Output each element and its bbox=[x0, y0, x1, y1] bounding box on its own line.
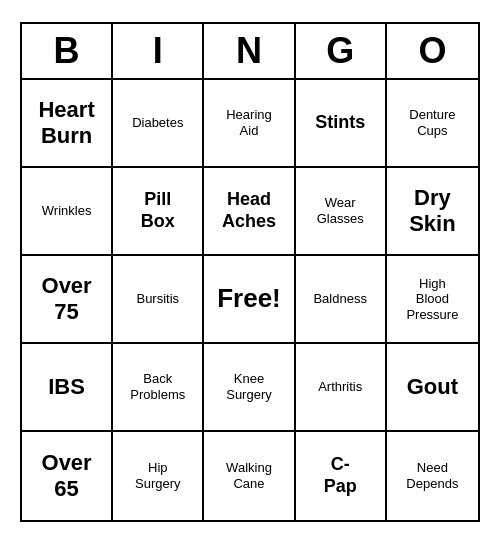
cell-text: KneeSurgery bbox=[226, 371, 272, 402]
cell-text: HipSurgery bbox=[135, 460, 181, 491]
bingo-cell[interactable]: Arthritis bbox=[296, 344, 387, 432]
bingo-cell[interactable]: C-Pap bbox=[296, 432, 387, 520]
header-letter: O bbox=[387, 24, 478, 78]
bingo-cell[interactable]: Gout bbox=[387, 344, 478, 432]
cell-text: Over75 bbox=[42, 273, 92, 326]
bingo-cell[interactable]: PillBox bbox=[113, 168, 204, 256]
bingo-cell[interactable]: NeedDepends bbox=[387, 432, 478, 520]
header-letter: I bbox=[113, 24, 204, 78]
header-letter: B bbox=[22, 24, 113, 78]
cell-text: Gout bbox=[407, 374, 458, 400]
cell-text: DentureCups bbox=[409, 107, 455, 138]
cell-text: Baldness bbox=[313, 291, 366, 307]
cell-text: Bursitis bbox=[136, 291, 179, 307]
cell-text: WearGlasses bbox=[317, 195, 364, 226]
cell-text: Arthritis bbox=[318, 379, 362, 395]
bingo-cell[interactable]: Over75 bbox=[22, 256, 113, 344]
cell-text: Over65 bbox=[42, 450, 92, 503]
bingo-cell[interactable]: KneeSurgery bbox=[204, 344, 295, 432]
bingo-card: BINGO HeartBurnDiabetesHearingAidStintsD… bbox=[20, 22, 480, 522]
bingo-cell[interactable]: BackProblems bbox=[113, 344, 204, 432]
bingo-cell[interactable]: Over65 bbox=[22, 432, 113, 520]
cell-text: Diabetes bbox=[132, 115, 183, 131]
bingo-cell[interactable]: WearGlasses bbox=[296, 168, 387, 256]
header-letter: N bbox=[204, 24, 295, 78]
bingo-cell[interactable]: Diabetes bbox=[113, 80, 204, 168]
cell-text: PillBox bbox=[141, 189, 175, 232]
cell-text: IBS bbox=[48, 374, 85, 400]
header-letter: G bbox=[296, 24, 387, 78]
bingo-cell[interactable]: DentureCups bbox=[387, 80, 478, 168]
bingo-cell[interactable]: DrySkin bbox=[387, 168, 478, 256]
bingo-cell[interactable]: Free! bbox=[204, 256, 295, 344]
cell-text: WalkingCane bbox=[226, 460, 272, 491]
bingo-cell[interactable]: Baldness bbox=[296, 256, 387, 344]
bingo-cell[interactable]: HipSurgery bbox=[113, 432, 204, 520]
bingo-cell[interactable]: Stints bbox=[296, 80, 387, 168]
bingo-cell[interactable]: WalkingCane bbox=[204, 432, 295, 520]
cell-text: NeedDepends bbox=[406, 460, 458, 491]
bingo-cell[interactable]: HeartBurn bbox=[22, 80, 113, 168]
bingo-cell[interactable]: IBS bbox=[22, 344, 113, 432]
cell-text: C-Pap bbox=[324, 454, 357, 497]
cell-text: DrySkin bbox=[409, 185, 455, 238]
cell-text: HeartBurn bbox=[38, 97, 94, 150]
cell-text: HighBloodPressure bbox=[406, 276, 458, 323]
bingo-cell[interactable]: Bursitis bbox=[113, 256, 204, 344]
bingo-cell[interactable]: HighBloodPressure bbox=[387, 256, 478, 344]
bingo-header: BINGO bbox=[22, 24, 478, 80]
cell-text: HeadAches bbox=[222, 189, 276, 232]
bingo-cell[interactable]: HeadAches bbox=[204, 168, 295, 256]
bingo-grid: HeartBurnDiabetesHearingAidStintsDenture… bbox=[22, 80, 478, 520]
cell-text: Stints bbox=[315, 112, 365, 134]
cell-text: Wrinkles bbox=[42, 203, 92, 219]
cell-text: BackProblems bbox=[130, 371, 185, 402]
bingo-cell[interactable]: Wrinkles bbox=[22, 168, 113, 256]
cell-text: HearingAid bbox=[226, 107, 272, 138]
bingo-cell[interactable]: HearingAid bbox=[204, 80, 295, 168]
cell-text: Free! bbox=[217, 283, 281, 314]
